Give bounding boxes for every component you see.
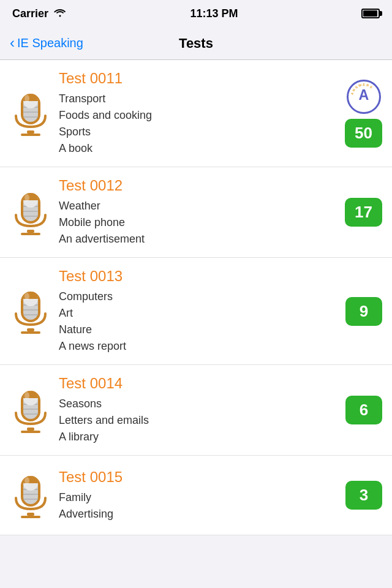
back-label: IE Speaking [17,36,83,50]
test-title: Test 0012 [59,177,345,194]
topic-list: TransportFoods and cookingSportsA book [59,91,345,157]
count-badge: 3 [345,481,382,510]
topic-list: WeatherMobile phoneAn advertisement [59,198,345,247]
chevron-left-icon: ‹ [10,36,15,50]
microphone-icon [10,89,51,138]
svg-rect-33 [21,431,40,433]
topic-label: Seasons [59,398,102,410]
topic-label: Transport [59,92,105,105]
svg-point-21 [24,194,29,202]
battery-icon [361,9,380,18]
topic-list: ComputersArtNatureA news report [59,288,345,355]
item-right: ANSWERS A 50 [345,80,382,148]
item-content: Test 0012 WeatherMobile phoneAn advertis… [59,177,345,247]
topic-label: Foods and cooking [59,109,152,121]
count-badge: 9 [345,297,382,326]
item-content: Test 0014 SeasonsLetters and emailsA lib… [59,375,345,445]
item-right: 9 [345,297,382,326]
topic-label: Letters and emails [59,414,149,426]
item-content: Test 0013 ComputersArtNatureA news repor… [59,268,345,355]
svg-rect-23 [21,331,40,334]
svg-point-9 [24,95,29,102]
topic-label: Mobile phone [59,216,125,228]
topic-label: An advertisement [59,233,145,245]
count-badge: 6 [345,396,382,424]
test-title: Test 0015 [59,469,345,486]
item-right: 17 [345,198,382,227]
svg-rect-0 [27,130,34,134]
svg-point-31 [24,293,29,300]
topic-list: FamilyAdvertising [59,489,345,522]
svg-rect-42 [27,513,34,516]
topic-label: A book [59,142,92,154]
item-right: 3 [345,481,382,510]
svg-point-51 [24,477,29,484]
topic-label: Weather [59,200,100,212]
item-content: Test 0015 FamilyAdvertising [59,469,345,522]
status-left: Carrier [12,7,67,20]
count-badge: 17 [345,198,382,227]
svg-point-41 [24,392,29,399]
microphone-icon [10,471,51,520]
topic-label: Family [59,491,91,503]
wifi-icon [53,7,67,20]
list-item[interactable]: Test 0013 ComputersArtNatureA news repor… [0,258,392,365]
answer-badge: ANSWERS A [347,80,381,114]
carrier-label: Carrier [12,7,48,20]
status-right [361,9,380,18]
topic-label: A library [59,431,99,443]
topic-label: Sports [59,126,91,138]
svg-rect-32 [27,428,34,431]
microphone-icon [10,386,51,435]
svg-text:A: A [358,87,369,103]
topic-label: A news report [59,340,126,352]
svg-rect-12 [27,230,34,233]
nav-bar: ‹ IE Speaking Tests [0,27,392,60]
status-bar: Carrier 11:13 PM [0,0,392,27]
svg-rect-22 [27,328,34,331]
microphone-icon [10,188,51,237]
topic-label: Art [59,307,73,319]
test-title: Test 0013 [59,268,345,285]
count-badge: 50 [345,119,382,148]
topic-label: Nature [59,323,92,336]
topic-label: Advertising [59,508,113,520]
list-item[interactable]: Test 0011 TransportFoods and cookingSpor… [0,60,392,167]
svg-rect-13 [21,233,40,235]
test-title: Test 0011 [59,70,345,87]
list-item[interactable]: Test 0012 WeatherMobile phoneAn advertis… [0,167,392,258]
microphone-icon [10,287,51,336]
topic-list: SeasonsLetters and emailsA library [59,396,345,445]
test-title: Test 0014 [59,375,345,392]
item-content: Test 0011 TransportFoods and cookingSpor… [59,70,345,157]
back-button[interactable]: ‹ IE Speaking [10,36,83,50]
svg-rect-43 [21,516,40,518]
test-list: Test 0011 TransportFoods and cookingSpor… [0,60,392,535]
page-title: Tests [179,36,213,51]
topic-label: Computers [59,290,113,303]
list-item[interactable]: Test 0015 FamilyAdvertising 3 [0,456,392,535]
list-item[interactable]: Test 0014 SeasonsLetters and emailsA lib… [0,365,392,456]
status-time: 11:13 PM [190,7,238,20]
item-right: 6 [345,396,382,424]
svg-rect-1 [21,134,40,136]
